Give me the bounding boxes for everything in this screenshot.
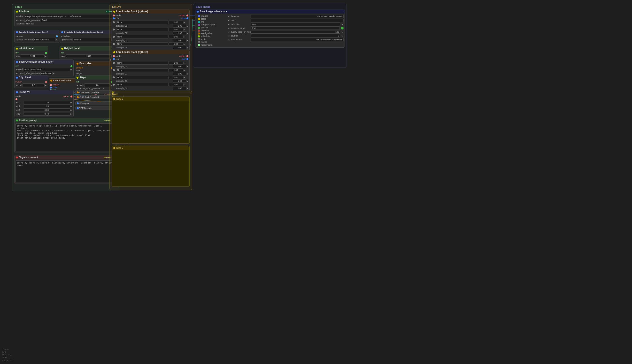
lora-name-3[interactable]: None <box>116 83 168 86</box>
sampler-port <box>56 35 58 37</box>
sampler-name-row: ◀ euler_ancestral euler_ancestral ▶ <box>16 38 58 41</box>
freeu-s1-field[interactable]: 0.80 <box>23 108 70 112</box>
lora-strength-label-row-0: strength_011.00▶ <box>116 24 188 28</box>
lora-strength-label-row-1: strength_021.00▶ <box>116 72 188 76</box>
node-seed-generator: Seed Generator (Image Saver) INT ◀ seed … <box>14 60 74 76</box>
path-arrow: ◀ <box>227 19 230 22</box>
lossless-toggle[interactable] <box>341 26 344 30</box>
freeu-s2-field[interactable]: 0.40 <box>23 112 70 116</box>
quality-label: quality_jpeg_or_webp <box>231 31 250 33</box>
ksampler-title: KSampler <box>79 102 89 104</box>
freeu-b2-field[interactable]: 1.20 <box>23 104 70 108</box>
group-lora: LoRA's Lora Loader Stack (rgthree) model… <box>109 4 192 94</box>
cfg-out-port <box>45 81 47 83</box>
lora-strength-3[interactable]: 1.00 <box>168 83 183 86</box>
lora2-model-out-port <box>186 55 188 57</box>
lora-name-1[interactable]: None <box>116 28 168 31</box>
counter-label: counter <box>231 34 250 37</box>
freeu-s1-arrow: ◀ <box>16 109 18 111</box>
clip2-dot <box>77 96 79 98</box>
width-literal-header: Width Literal <box>15 46 48 50</box>
positive-prompt-title: Positive prompt <box>19 119 37 122</box>
lora-stack-2-title: Lora Loader Stack (rgthree) <box>116 51 148 54</box>
lora-arrow-0: ▶ <box>183 21 188 24</box>
save-height-label: height <box>201 41 207 43</box>
ext-label: extension <box>231 23 250 26</box>
seed-value-field[interactable]: 1027076445207907 <box>23 68 70 71</box>
steps-value-field[interactable]: 20 <box>84 84 110 87</box>
note-2-header: Note 2 <box>112 146 189 150</box>
lora-arrow-3: ▶ <box>183 43 188 45</box>
lora-strength-2[interactable]: 1.00 <box>168 76 183 79</box>
save-port-positive: positive <box>196 26 226 29</box>
width-val-label: int <box>18 55 20 57</box>
note-2-title: Note 2 <box>116 146 123 149</box>
lora-port-3 <box>113 84 115 86</box>
prim-filter-arrow: ◀ <box>16 23 18 25</box>
lora1-clip-in-label: clip <box>115 17 119 20</box>
lora-name-1[interactable]: None <box>116 68 168 72</box>
lora-name-0[interactable]: None <box>116 20 168 24</box>
neg-prompt-dot <box>16 156 18 158</box>
height-value-field[interactable]: 1441 <box>66 54 112 58</box>
save-modelname-label: modelname <box>201 44 212 46</box>
scheduler-name-label: scheduler <box>63 38 73 41</box>
freeu-b1-field[interactable]: 1.10 <box>23 100 70 104</box>
note2-dot <box>113 147 115 149</box>
save-filename-row: ◀ filename Date %date - seed - %seed <box>227 15 344 18</box>
seed-ctrl-arrow-r: ▶ <box>53 72 55 74</box>
save-extension-field[interactable]: png <box>251 22 340 26</box>
cfg-arrow: ◀ <box>16 84 18 86</box>
batch-height-row: height <box>76 72 113 75</box>
lora-strength-3[interactable]: 1.00 <box>168 42 183 46</box>
clip1-dot <box>77 92 79 93</box>
cfg-dot <box>16 77 18 78</box>
lora-name-0[interactable]: None <box>116 61 168 64</box>
batch-latent-badge: LATENT <box>76 67 83 69</box>
save-lossless-field[interactable]: true <box>251 26 340 30</box>
node-sampler-selector: Sampler Selector (Image Saver) sampler ◀… <box>14 30 59 43</box>
save-quality-field[interactable]: 100 <box>251 30 340 34</box>
primitive-value-field[interactable]: 0-My-Checkpoint/Matrix-Hentai-Pony-V1.7.… <box>24 15 113 18</box>
save-counter-field[interactable]: 0 <box>251 34 340 38</box>
info-v: V: 42 <box>3 356 12 359</box>
lora-name-3[interactable]: None <box>116 42 168 46</box>
sampler-name-field[interactable]: euler_ancestral <box>34 38 56 41</box>
cfg-val-label: float <box>18 84 22 86</box>
pos-prompt-dot <box>16 120 18 122</box>
width-value-field[interactable]: 1281 <box>21 54 45 58</box>
batch-size-header: Batch size <box>75 62 114 66</box>
primitive-control-field[interactable]: fixed <box>41 18 113 22</box>
cfg-arrow-r: ▶ <box>45 84 47 86</box>
sampler-dot <box>16 31 18 33</box>
canvas-area[interactable]: Setup Primitive COMBO ◀ value 0-My-Check… <box>0 0 632 364</box>
lora-strength-0[interactable]: 1.00 <box>168 20 183 24</box>
lora-strength-1[interactable]: 1.00 <box>168 28 183 31</box>
lora-name-2[interactable]: None <box>116 35 168 38</box>
lora-row-0: None1.00▶ <box>113 20 188 24</box>
save-filename-field[interactable]: Date %date - seed - %seed <box>251 15 344 18</box>
lora-strength-2[interactable]: 1.00 <box>168 35 183 38</box>
lora-arrow-1: ▶ <box>183 28 188 31</box>
lora-name-2[interactable]: None <box>116 76 168 79</box>
freeu-s2-label: s2 <box>18 113 23 115</box>
lora-strength-0[interactable]: 1.00 <box>168 61 183 64</box>
prim-filter-label: control_filter_list <box>18 22 34 25</box>
cfg-value-field[interactable]: 7.0 <box>23 84 45 87</box>
freeu-b2-arrow-r: ▶ <box>70 105 72 108</box>
scheduler-name-field[interactable]: normal <box>73 38 112 41</box>
lora-arrow-3: ▶ <box>183 84 188 86</box>
lora-strength-1[interactable]: 1.00 <box>168 68 183 72</box>
sched-arrow: ◀ <box>61 39 63 41</box>
positive-prompt-textarea[interactable]: score_9, score_8_up, score_7_up, source_… <box>16 123 115 151</box>
seed-ctrl-field[interactable]: randomize <box>41 72 53 75</box>
save-path-field[interactable] <box>251 18 344 22</box>
batch-height-label: height <box>76 72 82 75</box>
info-n: N: 22 (22) <box>3 353 12 356</box>
save-timeformat-field[interactable]: %Y-%m-%d-%S%H%M%S <box>251 38 344 41</box>
counter-arrow: ◀ <box>227 35 230 37</box>
freeu-model-label: model <box>16 95 63 98</box>
negative-prompt-textarea[interactable]: score_4, score_5, score_6, signature, wa… <box>16 160 115 182</box>
note-1-header: Note 1 <box>112 97 189 101</box>
group-save: Save Image Save Image w/Metadata images … <box>193 4 347 68</box>
